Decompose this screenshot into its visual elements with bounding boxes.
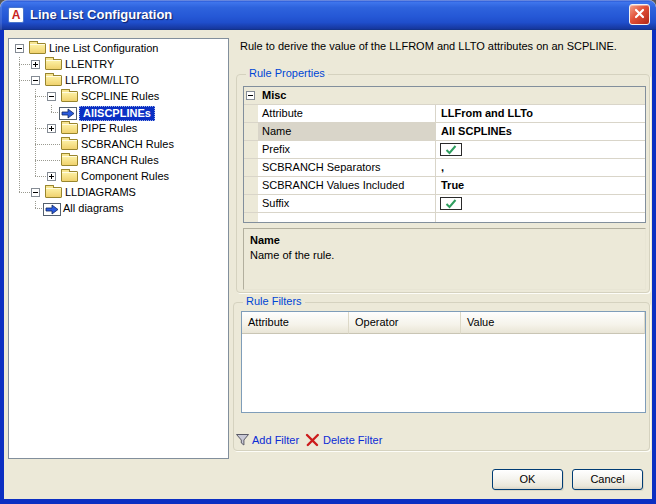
collapse-icon[interactable] (31, 76, 40, 85)
property-label[interactable]: SCBRANCH Values Included (258, 177, 435, 194)
tree-connector-line (19, 192, 31, 193)
folder-icon (61, 91, 78, 102)
window-border (0, 499, 656, 504)
tree-item-component-rules[interactable]: Component Rules (9, 169, 228, 185)
close-icon (634, 8, 645, 21)
property-row-suffix[interactable]: Suffix (244, 195, 645, 213)
tree-item-scpline-rules[interactable]: SCPLINE Rules (9, 89, 228, 105)
tree-item-allscplines[interactable]: AllSCPLINEs (9, 105, 228, 121)
expand-icon[interactable] (47, 172, 56, 181)
rule-properties-group: Rule Properties Misc AttributeLLFrom and… (236, 74, 650, 293)
app-icon: A (8, 7, 24, 23)
window-border (652, 30, 656, 504)
window-title: Line List Configuration (30, 7, 172, 22)
rule-tree: Line List ConfigurationLLENTRYLLFROM/LLT… (8, 38, 229, 459)
collapse-icon[interactable] (246, 91, 255, 100)
folder-icon (45, 187, 62, 198)
tree-item-label[interactable]: SCBRANCH Rules (81, 138, 174, 151)
tree-item-branch-rules[interactable]: BRANCH Rules (9, 153, 228, 169)
close-button[interactable] (629, 4, 650, 25)
rule-filters-group: Rule Filters AttributeOperatorValue Add … (233, 302, 650, 451)
tree-item-line-list-configuration[interactable]: Line List Configuration (9, 41, 228, 57)
expand-icon[interactable] (47, 124, 56, 133)
property-value[interactable]: True (436, 177, 645, 194)
tree-connector-line (35, 208, 43, 209)
tree-connector-line (35, 96, 47, 97)
tree-item-label[interactable]: SCPLINE Rules (81, 90, 159, 103)
category-label: Misc (262, 89, 286, 101)
filter-column-header-operator[interactable]: Operator (349, 312, 461, 334)
property-help-panel: Name Name of the rule. (243, 228, 646, 290)
property-category-misc[interactable]: Misc (244, 87, 645, 105)
tree-connector-line (51, 112, 59, 113)
folder-icon (61, 139, 78, 150)
property-row-name[interactable]: NameAll SCPLINEs (244, 123, 645, 141)
property-value[interactable]: All SCPLINEs (436, 123, 645, 140)
tree-item-all-diagrams[interactable]: All diagrams (9, 201, 228, 217)
filter-column-header-attribute[interactable]: Attribute (242, 312, 349, 334)
filter-column-header-value[interactable]: Value (461, 312, 645, 334)
window-border (0, 30, 4, 504)
rule-properties-group-label: Rule Properties (246, 67, 328, 79)
tree-connector-line (35, 144, 61, 145)
checkbox-checked-icon[interactable] (440, 143, 462, 156)
folder-icon (61, 155, 78, 166)
rule-arrow-icon (59, 107, 77, 122)
tree-item-label[interactable]: LLDIAGRAMS (65, 186, 136, 199)
tree-item-scbranch-rules[interactable]: SCBRANCH Rules (9, 137, 228, 153)
folder-icon (29, 43, 46, 54)
folder-icon (45, 59, 62, 70)
tree-item-label[interactable]: LLFROM/LLTO (65, 74, 139, 87)
property-label[interactable]: Attribute (258, 105, 435, 122)
tree-item-label[interactable]: LLENTRY (65, 58, 114, 71)
collapse-icon[interactable] (47, 92, 56, 101)
tree-connector-line (35, 176, 47, 177)
tree-item-pipe-rules[interactable]: PIPE Rules (9, 121, 228, 137)
tree-item-label[interactable]: Component Rules (81, 170, 169, 183)
folder-icon (45, 75, 62, 86)
property-help-title: Name (250, 234, 280, 246)
add-filter-link[interactable]: Add Filter (252, 434, 299, 446)
property-help-text: Name of the rule. (250, 249, 334, 261)
tree-item-label[interactable]: BRANCH Rules (81, 154, 159, 167)
tree-connector-line (19, 80, 31, 81)
rule-arrow-icon (43, 203, 61, 218)
rule-filters-group-label: Rule Filters (243, 295, 305, 307)
tree-item-label[interactable]: Line List Configuration (49, 42, 158, 55)
property-row-prefix[interactable]: Prefix (244, 141, 645, 159)
folder-icon (61, 171, 78, 182)
property-value[interactable]: LLFrom and LLTo (436, 105, 645, 122)
property-label[interactable]: Name (258, 123, 435, 140)
collapse-icon[interactable] (15, 44, 24, 53)
property-label[interactable]: SCBRANCH Separators (258, 159, 435, 176)
property-label[interactable]: Suffix (258, 195, 435, 212)
rule-description: Rule to derive the value of the LLFROM a… (240, 40, 648, 53)
ok-button[interactable]: OK (492, 469, 563, 490)
delete-filter-link[interactable]: Delete Filter (323, 434, 382, 446)
funnel-filter-icon[interactable] (235, 433, 250, 449)
tree-item-label[interactable]: PIPE Rules (81, 122, 137, 135)
property-label[interactable]: Prefix (258, 141, 435, 158)
tree-item-llentry[interactable]: LLENTRY (9, 57, 228, 73)
red-x-icon[interactable] (304, 433, 320, 449)
property-row-attribute[interactable]: AttributeLLFrom and LLTo (244, 105, 645, 123)
property-grid: Misc AttributeLLFrom and LLToNameAll SCP… (243, 86, 646, 223)
folder-icon (61, 123, 78, 134)
tree-item-llfrom-llto[interactable]: LLFROM/LLTO (9, 73, 228, 89)
collapse-icon[interactable] (31, 188, 40, 197)
property-value[interactable]: , (436, 159, 645, 176)
property-row-scbranch-separators[interactable]: SCBRANCH Separators, (244, 159, 645, 177)
tree-connector-line (19, 64, 31, 65)
property-row-scbranch-values-included[interactable]: SCBRANCH Values IncludedTrue (244, 177, 645, 195)
title-bar[interactable]: A Line List Configuration (0, 0, 656, 30)
expand-icon[interactable] (31, 60, 40, 69)
tree-item-label[interactable]: AllSCPLINEs (79, 106, 155, 121)
tree-item-label[interactable]: All diagrams (63, 202, 124, 215)
tree-connector-line (35, 128, 47, 129)
filters-table: AttributeOperatorValue (241, 311, 646, 413)
cancel-button[interactable]: Cancel (572, 469, 643, 490)
checkbox-checked-icon[interactable] (440, 197, 462, 210)
tree-item-lldiagrams[interactable]: LLDIAGRAMS (9, 185, 228, 201)
tree-connector-line (35, 160, 61, 161)
line-list-configuration-dialog: A Line List Configuration Line List Conf… (0, 0, 656, 504)
